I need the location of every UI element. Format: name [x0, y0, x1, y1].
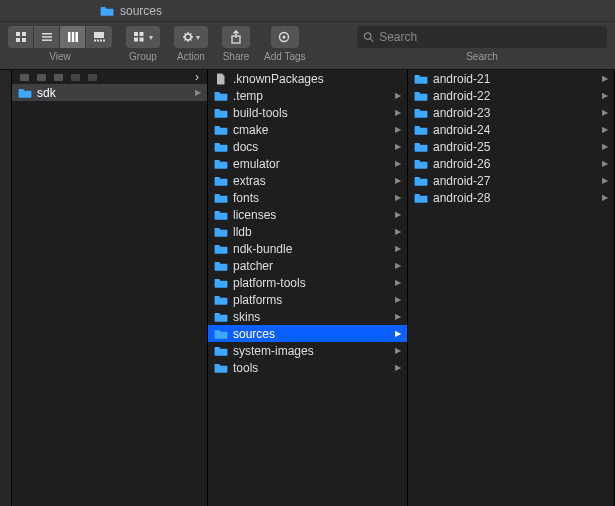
svg-point-23 — [364, 33, 371, 40]
mini-icon — [88, 74, 97, 81]
search-input[interactable] — [379, 30, 601, 44]
add-tags-button[interactable] — [271, 26, 299, 48]
list-item[interactable]: android-23▶ — [408, 104, 614, 121]
list-item[interactable]: ndk-bundle▶ — [208, 240, 407, 257]
chevron-down-icon: ▾ — [149, 33, 153, 42]
view-list-mode[interactable] — [34, 26, 60, 48]
chevron-right-icon: ▶ — [395, 261, 401, 270]
chevron-right-icon: ▶ — [395, 278, 401, 287]
view-icon-mode[interactable] — [8, 26, 34, 48]
list-item[interactable]: fonts▶ — [208, 189, 407, 206]
chevron-right-icon: ▶ — [395, 193, 401, 202]
file-icon — [214, 73, 228, 85]
list-item[interactable]: lldb▶ — [208, 223, 407, 240]
svg-rect-16 — [140, 32, 144, 36]
mini-icon — [37, 74, 46, 81]
action-button[interactable]: ▾ — [174, 26, 208, 48]
svg-rect-14 — [103, 40, 105, 42]
chevron-right-icon: ▶ — [395, 244, 401, 253]
share-button[interactable] — [222, 26, 250, 48]
view-mode-segmented — [8, 26, 112, 48]
list-item[interactable]: cmake▶ — [208, 121, 407, 138]
chevron-right-icon: ▶ — [602, 108, 608, 117]
list-item[interactable]: emulator▶ — [208, 155, 407, 172]
sidebar-edge[interactable] — [0, 70, 12, 506]
item-label: tools — [233, 361, 390, 375]
list-item[interactable]: android-26▶ — [408, 155, 614, 172]
item-label: extras — [233, 174, 390, 188]
svg-rect-8 — [71, 32, 74, 42]
list-item[interactable]: android-22▶ — [408, 87, 614, 104]
list-item[interactable]: licenses▶ — [208, 206, 407, 223]
column-1[interactable]: › sdk▶ — [12, 70, 208, 506]
item-label: android-26 — [433, 157, 597, 171]
folder-icon — [214, 141, 228, 153]
tags-label: Add Tags — [264, 51, 306, 62]
chevron-right-icon: ▶ — [395, 329, 401, 338]
mini-icon — [71, 74, 80, 81]
folder-icon — [414, 141, 428, 153]
list-item[interactable]: platform-tools▶ — [208, 274, 407, 291]
svg-rect-5 — [42, 36, 52, 38]
group-by-button[interactable]: ▾ — [126, 26, 160, 48]
list-item[interactable]: android-24▶ — [408, 121, 614, 138]
svg-rect-18 — [140, 38, 144, 42]
chevron-down-icon: ▾ — [196, 33, 200, 42]
view-mode-group: View — [8, 26, 112, 62]
window-title: sources — [120, 4, 162, 18]
item-label: fonts — [233, 191, 390, 205]
item-label: platform-tools — [233, 276, 390, 290]
search-icon — [363, 31, 374, 43]
list-item[interactable]: android-21▶ — [408, 70, 614, 87]
item-label: patcher — [233, 259, 390, 273]
chevron-right-icon: ▶ — [395, 142, 401, 151]
chevron-right-icon: ▶ — [602, 176, 608, 185]
list-item[interactable]: android-27▶ — [408, 172, 614, 189]
list-item[interactable]: build-tools▶ — [208, 104, 407, 121]
chevron-right-icon: ▶ — [195, 88, 201, 97]
column-3[interactable]: android-21▶android-22▶android-23▶android… — [408, 70, 615, 506]
item-label: android-25 — [433, 140, 597, 154]
item-label: emulator — [233, 157, 390, 171]
list-item[interactable]: .knownPackages — [208, 70, 407, 87]
search-group: Search — [357, 26, 607, 62]
chevron-right-icon: ▶ — [602, 159, 608, 168]
chevron-right-icon: ▶ — [395, 159, 401, 168]
column-browser: › sdk▶ .knownPackages.temp▶build-tools▶c… — [0, 70, 615, 506]
svg-rect-12 — [97, 40, 99, 42]
item-label: android-22 — [433, 89, 597, 103]
svg-rect-4 — [42, 33, 52, 35]
view-gallery-mode[interactable] — [86, 26, 112, 48]
list-item[interactable]: sdk▶ — [12, 84, 207, 101]
item-label: cmake — [233, 123, 390, 137]
share-group: Share — [222, 26, 250, 62]
list-item[interactable]: system-images▶ — [208, 342, 407, 359]
list-item[interactable]: platforms▶ — [208, 291, 407, 308]
list-item[interactable]: extras▶ — [208, 172, 407, 189]
column-2[interactable]: .knownPackages.temp▶build-tools▶cmake▶do… — [208, 70, 408, 506]
item-label: .temp — [233, 89, 390, 103]
folder-icon — [214, 362, 228, 374]
folder-icon — [414, 124, 428, 136]
item-label: ndk-bundle — [233, 242, 390, 256]
list-item[interactable]: docs▶ — [208, 138, 407, 155]
list-item[interactable]: .temp▶ — [208, 87, 407, 104]
item-label: system-images — [233, 344, 390, 358]
list-item[interactable]: patcher▶ — [208, 257, 407, 274]
titlebar: sources — [0, 0, 615, 22]
chevron-right-icon: ▶ — [602, 125, 608, 134]
svg-rect-3 — [22, 38, 26, 42]
item-label: android-28 — [433, 191, 597, 205]
list-item[interactable]: android-28▶ — [408, 189, 614, 206]
folder-icon — [214, 294, 228, 306]
list-item[interactable]: skins▶ — [208, 308, 407, 325]
search-label: Search — [466, 51, 498, 62]
folder-icon — [214, 158, 228, 170]
list-item[interactable]: sources▶ — [208, 325, 407, 342]
chevron-right-icon: › — [195, 70, 199, 84]
search-field[interactable] — [357, 26, 607, 48]
chevron-right-icon: ▶ — [602, 91, 608, 100]
list-item[interactable]: tools▶ — [208, 359, 407, 376]
list-item[interactable]: android-25▶ — [408, 138, 614, 155]
view-column-mode[interactable] — [60, 26, 86, 48]
